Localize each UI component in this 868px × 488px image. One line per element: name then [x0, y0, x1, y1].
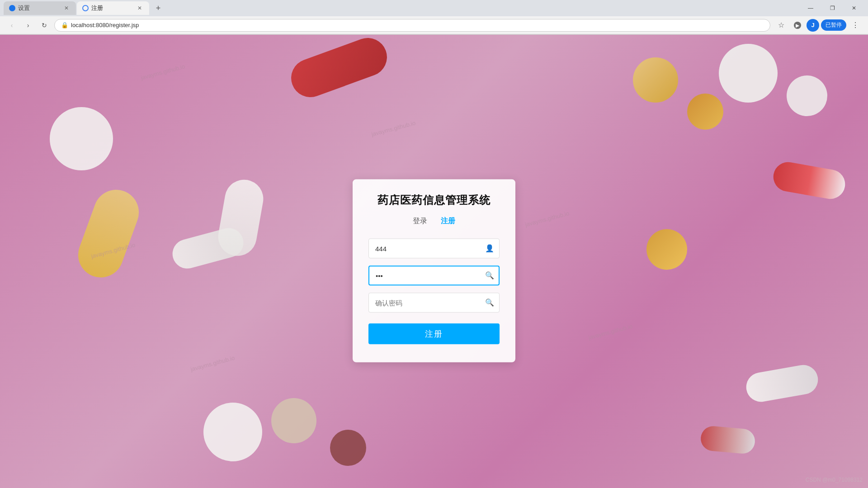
confirm-password-group: 🔍 — [368, 293, 500, 313]
address-text: localhost:8080/register.jsp — [71, 22, 139, 28]
register-button[interactable]: 注册 — [368, 324, 500, 344]
tab-register-close[interactable]: ✕ — [136, 4, 144, 12]
tab-login[interactable]: 登录 — [413, 216, 427, 228]
pill-dark-round-bottom — [330, 430, 366, 466]
tab-register-label: 注册 — [91, 4, 103, 12]
pill-round-beige-bottom — [271, 398, 316, 443]
pill-white-left — [50, 107, 113, 170]
password-input[interactable] — [368, 266, 500, 286]
pill-round-bottom-left — [203, 403, 262, 461]
tab-register-form[interactable]: 注册 — [441, 216, 455, 228]
pill-white-top-right — [719, 44, 778, 103]
pill-gold-round-top-center — [687, 94, 723, 130]
globe-icon — [82, 5, 89, 11]
tab-register[interactable]: 注册 ✕ — [77, 1, 149, 15]
address-bar: ‹ › ↻ 🔒 localhost:8080/register.jsp ☆ ▶ … — [0, 16, 868, 34]
forward-button[interactable]: › — [22, 19, 34, 32]
address-input[interactable]: 🔒 localhost:8080/register.jsp — [54, 19, 770, 32]
window-controls: — ❐ ✕ — [800, 0, 864, 16]
profile-button[interactable]: J — [807, 19, 819, 32]
gear-icon — [9, 5, 15, 11]
close-button[interactable]: ✕ — [844, 0, 864, 16]
extension-icon: ▶ — [793, 21, 802, 29]
username-input[interactable] — [368, 239, 500, 258]
username-group: 👤 — [368, 239, 500, 258]
pill-gold-top-right — [633, 57, 678, 103]
bookmark-button[interactable]: ☆ — [774, 18, 788, 33]
tab-settings[interactable]: 设置 ✕ — [4, 1, 76, 15]
pill-gold-round-right — [646, 229, 687, 270]
tab-settings-close[interactable]: ✕ — [62, 4, 71, 12]
pill-white-top-far-right — [787, 75, 827, 116]
confirm-password-icon: 🔍 — [485, 298, 494, 307]
back-button[interactable]: ‹ — [5, 19, 18, 32]
menu-button[interactable]: ⋮ — [848, 18, 863, 33]
paused-button[interactable]: 已暂停 — [821, 19, 846, 31]
form-tabs: 登录 注册 — [368, 216, 500, 228]
svg-text:▶: ▶ — [796, 23, 800, 28]
form-card: 药店医药信息管理系统 登录 注册 👤 🔍 🔍 注册 — [353, 179, 515, 362]
minimize-button[interactable]: — — [800, 0, 821, 16]
maximize-button[interactable]: ❐ — [822, 0, 843, 16]
profile-area[interactable]: J 已暂停 — [807, 19, 846, 32]
form-title: 药店医药信息管理系统 — [368, 193, 500, 207]
password-icon: 🔍 — [485, 271, 494, 280]
new-tab-button[interactable]: + — [152, 2, 165, 14]
csdn-watermark: CSDN @m0_71098312 — [806, 477, 863, 483]
password-group: 🔍 — [368, 266, 500, 286]
browser-chrome: 设置 ✕ 注册 ✕ + — ❐ ✕ ‹ › ↻ 🔒 localhost:8080… — [0, 0, 868, 35]
reload-button[interactable]: ↻ — [38, 19, 51, 32]
confirm-password-input[interactable] — [368, 293, 500, 313]
user-icon: 👤 — [485, 244, 494, 253]
tab-settings-label: 设置 — [18, 4, 30, 12]
tab-bar: 设置 ✕ 注册 ✕ + — ❐ ✕ — [0, 0, 868, 16]
extension-button[interactable]: ▶ — [790, 18, 805, 33]
page-content: javayms.github.io javayms.github.io java… — [0, 35, 868, 488]
browser-actions: ☆ ▶ J 已暂停 ⋮ — [774, 18, 863, 33]
